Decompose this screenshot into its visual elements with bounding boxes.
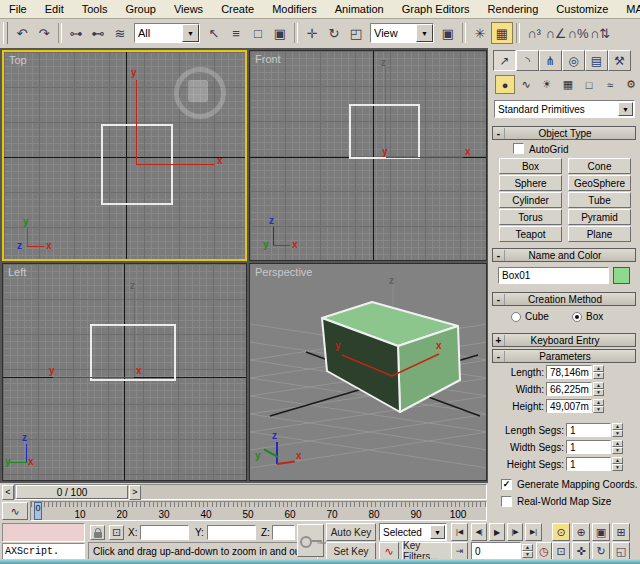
z-coordinate-field[interactable] — [272, 525, 295, 540]
tab-display-icon[interactable]: ▤ — [585, 50, 608, 71]
category-lights-icon[interactable]: ☀ — [537, 75, 557, 94]
snaps-toggle-3d-icon[interactable]: ∩³ — [523, 22, 545, 44]
width-spinner[interactable]: ▲▼ — [593, 382, 604, 396]
bind-to-space-warp-icon[interactable]: ≋ — [109, 22, 131, 44]
torus-button[interactable]: Torus — [499, 209, 562, 225]
primitives-dropdown[interactable]: Standard Primitives ▼ — [494, 100, 635, 118]
height-segs-spinner[interactable]: ▲▼ — [612, 457, 623, 471]
maxscript-mini-listener[interactable]: AXScript. — [2, 543, 85, 560]
menu-file[interactable]: File — [0, 1, 36, 17]
expand-icon[interactable]: + — [493, 335, 505, 346]
menu-graph-editors[interactable]: Graph Editors — [393, 1, 479, 17]
category-spacewarps-icon[interactable]: ≈ — [600, 75, 620, 94]
chevron-down-icon[interactable]: ▼ — [618, 102, 633, 116]
selection-filter-dropdown[interactable]: All ▼ — [134, 23, 200, 43]
pan-icon[interactable]: ✜ — [572, 542, 590, 560]
select-by-name-icon[interactable]: ≡ — [225, 22, 247, 44]
category-geometry-icon[interactable]: ● — [495, 75, 515, 94]
width-segs-field[interactable]: 1 — [566, 440, 611, 454]
auto-key-button[interactable]: Auto Key — [326, 523, 376, 541]
current-frame-field[interactable]: 0 — [471, 542, 521, 560]
height-field[interactable]: 49,007m — [546, 399, 592, 413]
viewport-left-label[interactable]: Left — [8, 266, 26, 278]
generate-mapping-checkbox[interactable]: ✓ — [501, 479, 512, 490]
zoom-extents-icon[interactable]: ▣ — [592, 523, 610, 541]
cube-radio[interactable] — [511, 312, 521, 322]
menu-views[interactable]: Views — [165, 1, 212, 17]
tab-modify-icon[interactable]: ◝ — [516, 50, 539, 71]
length-segs-spinner[interactable]: ▲▼ — [612, 423, 623, 437]
category-cameras-icon[interactable]: ▦ — [558, 75, 578, 94]
spinner-snap-icon[interactable]: ∩⇅ — [589, 22, 611, 44]
time-configuration-icon[interactable]: ◷ — [536, 542, 552, 560]
menu-modifiers[interactable]: Modifiers — [263, 1, 326, 17]
time-slider-next-button[interactable]: > — [129, 485, 141, 500]
undo-icon[interactable]: ↶ — [11, 22, 33, 44]
teapot-button[interactable]: Teapot — [499, 226, 562, 242]
collapse-icon[interactable]: - — [493, 351, 505, 362]
keyboard-override-toggle-icon[interactable]: ▦ — [491, 22, 513, 44]
key-mode-toggle-icon[interactable]: ⇥ — [451, 542, 468, 560]
tab-create-icon[interactable]: ↗ — [493, 50, 516, 71]
rollout-parameters[interactable]: - Parameters — [492, 349, 636, 363]
set-key-button[interactable]: Set Key — [326, 542, 376, 560]
tab-hierarchy-icon[interactable]: ⋔ — [539, 50, 562, 71]
collapse-icon[interactable]: - — [493, 250, 505, 261]
key-filters-button[interactable]: Key Filters... — [402, 542, 457, 560]
height-spinner[interactable]: ▲▼ — [593, 399, 604, 413]
box-wireframe[interactable] — [90, 324, 176, 381]
track-bar-ruler[interactable]: 0 10 20 30 40 50 60 70 80 90 100 0 — [30, 501, 487, 521]
length-field[interactable]: 78,146m — [546, 365, 592, 379]
sphere-button[interactable]: Sphere — [499, 175, 562, 191]
window-crossing-icon[interactable]: ▣ — [269, 22, 291, 44]
length-segs-field[interactable]: 1 — [566, 423, 611, 437]
menu-rendering[interactable]: Rendering — [479, 1, 548, 17]
min-max-toggle-icon[interactable]: ◱ — [612, 542, 630, 560]
angle-snap-icon[interactable]: ∩∠ — [545, 22, 567, 44]
mini-curve-editor-icon[interactable]: ∿ — [2, 502, 28, 520]
rollout-keyboard-entry[interactable]: + Keyboard Entry — [492, 333, 636, 347]
redo-icon[interactable]: ↷ — [33, 22, 55, 44]
previous-frame-icon[interactable]: ◀| — [471, 523, 487, 541]
object-name-field[interactable]: Box01 — [498, 267, 609, 284]
go-to-start-icon[interactable]: |◀ — [451, 523, 468, 541]
keying-mode-dropdown[interactable]: Selected ▼ — [379, 523, 447, 541]
unlink-selection-icon[interactable]: ⊷ — [87, 22, 109, 44]
category-shapes-icon[interactable]: ∿ — [516, 75, 536, 94]
menu-customize[interactable]: Customize — [547, 1, 617, 17]
width-segs-spinner[interactable]: ▲▼ — [612, 440, 623, 454]
menu-animation[interactable]: Animation — [326, 1, 393, 17]
select-and-link-icon[interactable]: ⊶ — [65, 22, 87, 44]
zoom-extents-all-icon[interactable]: ⊞ — [612, 523, 630, 541]
length-spinner[interactable]: ▲▼ — [593, 365, 604, 379]
menu-group[interactable]: Group — [116, 1, 165, 17]
tab-utilities-icon[interactable]: ⚒ — [608, 50, 631, 71]
zoom-icon[interactable]: ⊙ — [552, 523, 570, 541]
pyramid-button[interactable]: Pyramid — [568, 209, 631, 225]
object-color-swatch[interactable] — [613, 267, 630, 284]
viewport-front[interactable]: Front z y x z x y — [249, 50, 487, 261]
rollout-creation-method[interactable]: - Creation Method — [492, 292, 636, 306]
reference-coordsys-dropdown[interactable]: View ▼ — [370, 23, 434, 43]
width-field[interactable]: 66,225m — [546, 382, 592, 396]
time-slider-handle[interactable]: 0 / 100 — [16, 485, 128, 499]
y-coordinate-field[interactable] — [207, 525, 256, 540]
frame-spinner[interactable]: ▲▼ — [522, 544, 533, 558]
viewport-perspective[interactable]: Perspective — [249, 263, 487, 481]
frame-marker[interactable]: 0 — [34, 502, 42, 520]
height-segs-field[interactable]: 1 — [566, 457, 611, 471]
select-and-rotate-icon[interactable]: ↻ — [323, 22, 345, 44]
viewport-top[interactable]: Top y x y x z — [2, 50, 247, 261]
chevron-down-icon[interactable]: ▼ — [182, 24, 199, 42]
real-world-checkbox[interactable] — [501, 496, 512, 507]
toolbar-grip[interactable] — [3, 22, 8, 44]
select-and-scale-icon[interactable]: ◰ — [345, 22, 367, 44]
next-frame-icon[interactable]: |▶ — [507, 523, 523, 541]
set-keys-key-icon[interactable] — [297, 524, 324, 557]
maxscript-mini-listener-top[interactable] — [2, 523, 85, 542]
menu-edit[interactable]: Edit — [36, 1, 73, 17]
selection-lock-icon[interactable] — [90, 525, 105, 540]
viewport-left[interactable]: Left z y x z y x — [2, 263, 247, 481]
category-helpers-icon[interactable]: □ — [579, 75, 599, 94]
arc-rotate-icon[interactable]: ↻ — [592, 542, 610, 560]
